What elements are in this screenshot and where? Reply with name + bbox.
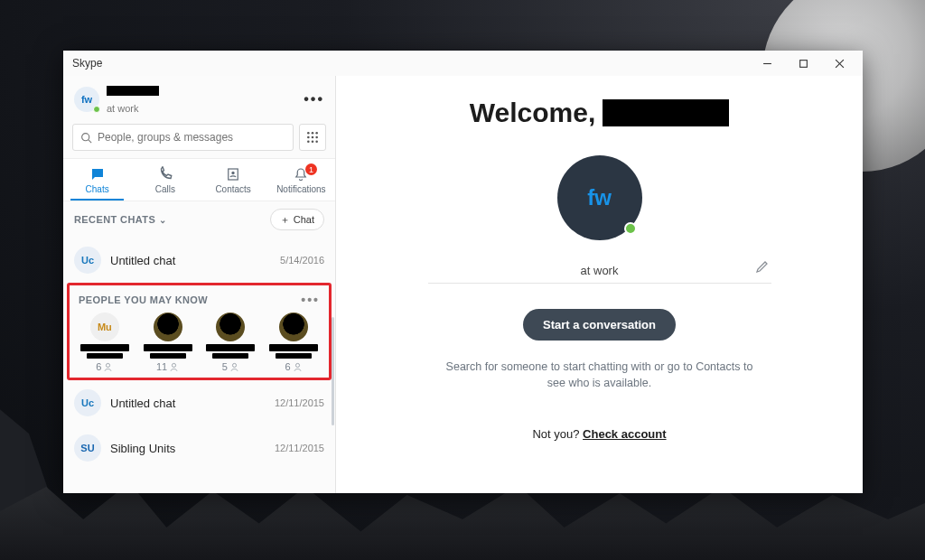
svg-point-9 bbox=[307, 136, 310, 139]
svg-point-11 bbox=[315, 136, 318, 139]
pymk-avatar: Mu bbox=[90, 313, 119, 341]
search-box[interactable] bbox=[72, 124, 294, 151]
svg-line-5 bbox=[89, 140, 91, 143]
presence-online-icon bbox=[93, 106, 100, 113]
phone-icon bbox=[157, 166, 173, 182]
scrollbar[interactable] bbox=[332, 317, 334, 425]
self-name-block: at work bbox=[107, 83, 159, 115]
self-status: at work bbox=[107, 103, 138, 114]
svg-point-20 bbox=[295, 363, 299, 367]
hint-text: Search for someone to start chatting wit… bbox=[446, 359, 753, 391]
tab-chats-label: Chats bbox=[86, 184, 109, 194]
svg-point-6 bbox=[307, 132, 310, 135]
self-name-redacted bbox=[107, 86, 159, 96]
main-avatar-initials: fw bbox=[587, 185, 612, 210]
pymk-name-redacted bbox=[87, 353, 123, 359]
chat-title: Untitled chat bbox=[110, 254, 175, 267]
pymk-label: PEOPLE YOU MAY KNOW bbox=[79, 294, 208, 305]
person-icon bbox=[229, 362, 239, 372]
titlebar: Skype bbox=[63, 51, 863, 76]
profile-header[interactable]: fw at work ••• bbox=[63, 76, 335, 122]
recent-chats-header[interactable]: RECENT CHATS ⌄ ＋ Chat bbox=[63, 201, 335, 238]
svg-point-8 bbox=[315, 132, 318, 135]
more-menu-button[interactable]: ••• bbox=[304, 91, 324, 107]
minimize-button[interactable] bbox=[749, 51, 785, 76]
welcome-name-redacted bbox=[603, 99, 729, 126]
tab-contacts-label: Contacts bbox=[215, 184, 250, 194]
pymk-card[interactable]: 6 bbox=[262, 311, 325, 372]
window-title: Skype bbox=[69, 57, 102, 70]
start-conversation-button[interactable]: Start a conversation bbox=[523, 309, 676, 341]
svg-point-14 bbox=[315, 141, 318, 144]
chat-avatar: Uc bbox=[74, 389, 101, 416]
sidebar: fw at work ••• bbox=[63, 76, 336, 493]
pymk-avatar bbox=[216, 313, 245, 341]
pymk-mutual-count: 6 bbox=[285, 361, 303, 372]
welcome-heading: Welcome, bbox=[470, 98, 730, 128]
self-avatar: fw bbox=[74, 87, 99, 112]
edit-icon[interactable] bbox=[755, 259, 770, 277]
pymk-avatar bbox=[279, 313, 308, 341]
chat-item[interactable]: Uc Untitled chat 5/14/2016 bbox=[63, 238, 335, 283]
welcome-prefix: Welcome, bbox=[470, 98, 596, 128]
close-button[interactable] bbox=[821, 51, 857, 76]
svg-point-7 bbox=[312, 132, 314, 135]
pymk-mutual-count: 6 bbox=[96, 361, 113, 372]
pymk-name-redacted bbox=[206, 344, 255, 351]
chevron-down-icon: ⌄ bbox=[159, 215, 166, 225]
tab-calls-label: Calls bbox=[155, 184, 175, 194]
person-icon bbox=[169, 362, 179, 372]
pymk-name-redacted bbox=[276, 353, 312, 359]
chat-icon bbox=[89, 166, 106, 182]
chat-item[interactable]: SU Sibling Units 12/11/2015 bbox=[63, 425, 335, 471]
svg-point-18 bbox=[173, 363, 176, 367]
presence-online-icon bbox=[624, 222, 637, 235]
pymk-more-button[interactable]: ••• bbox=[301, 293, 320, 307]
dialpad-button[interactable] bbox=[299, 124, 326, 151]
main-pane: Welcome, fw at work Start a conversation… bbox=[336, 76, 863, 493]
status-editor[interactable]: at work bbox=[428, 264, 771, 284]
chat-avatar: SU bbox=[74, 434, 101, 462]
chat-date: 12/11/2015 bbox=[275, 443, 324, 453]
svg-point-13 bbox=[312, 141, 314, 144]
check-account-link[interactable]: Check account bbox=[583, 427, 666, 441]
main-avatar[interactable]: fw bbox=[557, 155, 642, 240]
pymk-mutual-count: 5 bbox=[222, 361, 239, 372]
svg-point-10 bbox=[312, 136, 314, 139]
svg-point-19 bbox=[232, 363, 236, 367]
self-avatar-initials: fw bbox=[81, 94, 92, 105]
svg-point-17 bbox=[107, 363, 110, 367]
pymk-name-redacted bbox=[80, 344, 129, 351]
tab-notifications[interactable]: 1 Notifications bbox=[267, 159, 335, 201]
tab-contacts[interactable]: Contacts bbox=[200, 159, 267, 201]
chat-avatar: Uc bbox=[74, 247, 101, 274]
nav-tabs: Chats Calls Contacts 1 Notifications bbox=[63, 158, 335, 201]
tab-chats[interactable]: Chats bbox=[63, 159, 131, 201]
new-chat-button[interactable]: ＋ Chat bbox=[270, 209, 324, 230]
tab-calls[interactable]: Calls bbox=[131, 159, 199, 201]
pymk-card[interactable]: Mu 6 bbox=[73, 311, 136, 372]
chat-item[interactable]: Uc Untitled chat 12/11/2015 bbox=[63, 380, 335, 425]
pymk-name-redacted bbox=[144, 344, 192, 351]
svg-rect-1 bbox=[799, 60, 807, 67]
not-you-row: Not you? Check account bbox=[532, 427, 666, 441]
status-text: at work bbox=[581, 264, 619, 277]
people-you-may-know: PEOPLE YOU MAY KNOW ••• Mu 6 11 bbox=[67, 283, 332, 380]
chat-date: 5/14/2016 bbox=[280, 255, 324, 266]
pymk-avatar-initials: Mu bbox=[98, 322, 112, 332]
pymk-card[interactable]: 5 bbox=[200, 311, 263, 372]
chat-title: Untitled chat bbox=[110, 397, 175, 410]
pymk-mutual-count: 11 bbox=[156, 361, 179, 372]
chat-list: RECENT CHATS ⌄ ＋ Chat Uc Untitled chat 5… bbox=[63, 201, 335, 493]
pymk-name-redacted bbox=[212, 353, 248, 359]
maximize-button[interactable] bbox=[785, 51, 821, 76]
dialpad-icon bbox=[306, 131, 319, 144]
skype-window: Skype fw at work ••• bbox=[63, 51, 863, 493]
svg-point-12 bbox=[307, 141, 310, 144]
svg-point-4 bbox=[82, 133, 89, 140]
person-icon bbox=[103, 362, 113, 372]
pymk-card[interactable]: 11 bbox=[136, 311, 200, 372]
search-input[interactable] bbox=[98, 131, 285, 144]
not-you-prefix: Not you? bbox=[532, 427, 583, 441]
chat-title: Sibling Units bbox=[110, 442, 175, 455]
